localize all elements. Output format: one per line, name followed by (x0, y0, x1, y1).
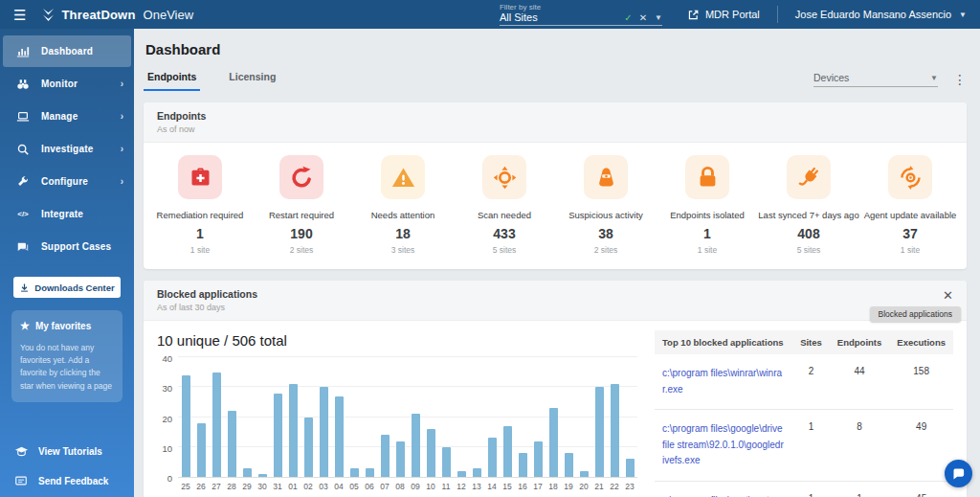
chart-bar[interactable] (519, 453, 527, 477)
user-name: Jose Eduardo Mansano Assencio (795, 9, 951, 20)
endpoints-card-header: Endpoints As of now (144, 102, 967, 143)
sidebar-item-label: Investigate (41, 144, 121, 154)
sidebar-item-monitor[interactable]: Monitor› (3, 68, 131, 100)
table-header-sites: Sites (792, 330, 830, 354)
tutorials-icon (13, 444, 29, 459)
x-axis-label: 13 (469, 482, 484, 491)
chart-bar[interactable] (412, 414, 420, 477)
sidebar-item-integrate[interactable]: </>Integrate (3, 198, 131, 230)
chart-bar[interactable] (289, 384, 298, 477)
chart-bar[interactable] (611, 384, 619, 477)
x-axis-label: 26 (193, 482, 209, 491)
tile-label: Scan needed (454, 210, 555, 220)
x-axis-label: 08 (392, 482, 408, 491)
chevron-right-icon: › (121, 176, 123, 187)
site-filter-value[interactable]: All Sites (500, 11, 624, 23)
site-filter[interactable]: Filter by site All Sites ✓ ✕ ▼ (500, 3, 662, 26)
chart-bar[interactable] (396, 441, 405, 478)
tile-scan-needed[interactable]: Scan needed4335 sites (454, 155, 555, 255)
laptop-icon (15, 110, 31, 124)
blocked-chart-column: 10 unique / 506 total 010203040 25262728… (153, 325, 637, 497)
x-axis-label: 28 (224, 482, 239, 491)
table-row: c:\program files\winrar\winrar.exe244158 (655, 354, 953, 410)
close-icon[interactable]: ✕ (943, 289, 953, 302)
restart-icon (279, 155, 323, 199)
chart-bar[interactable] (304, 418, 313, 478)
chat-widget-button[interactable] (945, 460, 972, 487)
chart-bar[interactable] (457, 471, 466, 477)
clear-filter-icon[interactable]: ✕ (639, 12, 647, 23)
chart-bar[interactable] (350, 468, 359, 477)
tile-agent-update-available[interactable]: Agent update available371 site (859, 155, 961, 255)
chart-bar[interactable] (488, 438, 497, 477)
chart-bar[interactable] (335, 396, 344, 477)
chart-bar[interactable] (197, 423, 206, 477)
chart-bar[interactable] (258, 474, 267, 477)
user-menu[interactable]: Jose Eduardo Mansano Assencio ▼ (795, 9, 967, 20)
download-icon (19, 282, 30, 293)
tile-last-synced-7-days-ago[interactable]: Last synced 7+ days ago4085 sites (758, 155, 859, 255)
sidebar-item-configure[interactable]: Configure› (3, 166, 131, 197)
chart-bar[interactable] (212, 373, 221, 477)
chart-bar[interactable] (549, 408, 558, 477)
sidebar-item-dashboard[interactable]: Dashboard (3, 35, 131, 67)
chart-bar[interactable] (320, 387, 328, 477)
tile-remediation-required[interactable]: Remediation required11 site (149, 155, 251, 255)
table-header-top-10-blocked-applications: Top 10 blocked applications (655, 330, 792, 354)
sidebar-item-investigate[interactable]: Investigate› (3, 133, 131, 165)
tile-needs-attention[interactable]: Needs attention183 sites (352, 155, 454, 255)
endpoints-card-subtitle: As of now (157, 124, 953, 134)
mdr-portal-link[interactable]: MDR Portal (687, 9, 760, 21)
blocked-app-link[interactable]: c:\program files\google\drive file strea… (662, 423, 784, 465)
view-tutorials-link[interactable]: View Tutorials (0, 437, 134, 466)
chart-bar[interactable] (274, 394, 282, 478)
send-feedback-link[interactable]: Send Feedback (0, 466, 134, 495)
tab-licensing[interactable]: Licensing (225, 71, 279, 91)
chart-bar[interactable] (503, 426, 512, 477)
tile-sites-count: 2 sites (555, 245, 657, 255)
chart-bar[interactable] (228, 411, 236, 477)
blocked-app-link[interactable]: c:\program files\winrar\winrar.exe (662, 368, 782, 395)
chart-bar[interactable] (442, 447, 451, 477)
x-axis-label: 25 (178, 482, 193, 491)
x-axis-label: 11 (438, 482, 454, 491)
tile-value: 38 (555, 226, 657, 241)
endpoints-value: 44 (830, 354, 889, 410)
endpoints-card-title: Endpoints (157, 110, 953, 122)
chart-bar[interactable] (427, 429, 435, 477)
chart-bar[interactable] (366, 468, 374, 477)
sidebar-nav: DashboardMonitor›Manage›Investigate›Conf… (0, 34, 134, 263)
chart-bar[interactable] (243, 468, 252, 477)
chart-bar[interactable] (580, 471, 589, 477)
sidebar-item-support-cases[interactable]: Support Cases (3, 231, 131, 262)
x-axis-label: 10 (423, 482, 438, 491)
more-options-icon[interactable]: ⋮ (953, 72, 967, 87)
chart-bar[interactable] (595, 387, 604, 477)
chevron-down-icon[interactable]: ▼ (655, 13, 662, 22)
sidebar-item-manage[interactable]: Manage› (3, 101, 131, 132)
scan-icon (482, 155, 526, 199)
x-axis-label: 16 (515, 482, 530, 491)
hamburger-menu-icon[interactable]: ☰ (13, 8, 26, 22)
chart-bar[interactable] (182, 375, 190, 477)
downloads-center-label: Downloads Center (34, 282, 114, 293)
chart-bar[interactable] (534, 441, 543, 478)
chat-icon (15, 240, 31, 254)
tab-endpoints[interactable]: Endpoints (144, 71, 200, 91)
x-axis-label: 20 (576, 482, 591, 491)
blocked-card-title: Blocked applications (157, 288, 953, 300)
tile-label: Endpoints isolated (657, 210, 758, 220)
endpoints-value: 1 (830, 481, 889, 497)
tile-suspicious-activity[interactable]: Suspicious activity382 sites (555, 155, 657, 255)
devices-dropdown[interactable]: Devices ▼ (813, 72, 938, 87)
chart-bar[interactable] (473, 468, 481, 477)
tile-value: 18 (352, 226, 454, 241)
downloads-center-button[interactable]: Downloads Center (13, 277, 121, 298)
suspicious-icon (584, 155, 628, 199)
tile-endpoints-isolated[interactable]: Endpoints isolated11 site (657, 155, 758, 255)
chart-bar[interactable] (626, 459, 635, 477)
tile-restart-required[interactable]: Restart required1902 sites (251, 155, 352, 255)
chart-bar[interactable] (381, 435, 390, 477)
chart-bar[interactable] (565, 453, 573, 477)
favorites-empty-text: You do not have any favorites yet. Add a… (20, 342, 114, 393)
